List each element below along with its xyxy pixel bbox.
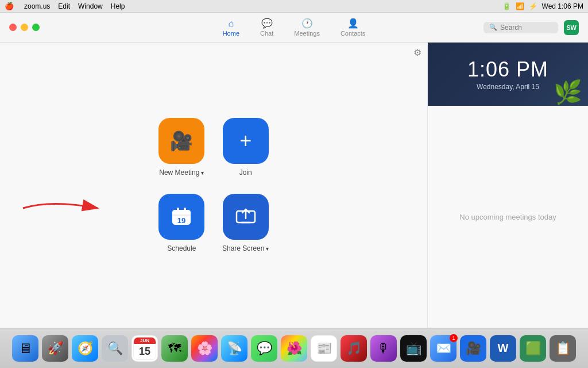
action-schedule[interactable]: 19 Schedule: [158, 194, 205, 252]
bluetooth-icon: ⚡: [529, 2, 537, 10]
home-icon: ⌂: [229, 18, 234, 29]
dock-airdrop[interactable]: 📡: [221, 335, 247, 362]
share-screen-button[interactable]: [223, 194, 269, 240]
action-grid: 🎥 New Meeting ▾ + Join: [158, 118, 269, 252]
left-panel: ⚙ 🎥 New Meeting ▾: [0, 43, 427, 328]
settings-button[interactable]: ⚙: [413, 47, 421, 58]
dock-appletv[interactable]: 📺: [400, 335, 427, 362]
menubar-icons: 🔋 📶 ⚡ Wed 1:06 PM: [502, 2, 583, 10]
action-join[interactable]: + Join: [222, 118, 269, 177]
tab-contacts-label: Contacts: [341, 30, 365, 37]
search-input[interactable]: [500, 24, 552, 32]
dropdown-arrow-icon: ▾: [201, 170, 204, 176]
search-bar[interactable]: 🔍: [483, 22, 558, 33]
plus-icon: +: [239, 131, 252, 151]
dock-podcasts[interactable]: 🎙: [370, 335, 397, 362]
dock-safari[interactable]: 🧭: [72, 335, 98, 362]
tab-home-label: Home: [223, 30, 239, 37]
dock-mail[interactable]: ✉️ 1: [430, 335, 457, 362]
tab-meetings-label: Meetings: [294, 30, 320, 37]
traffic-lights: [9, 24, 40, 31]
join-label: Join: [239, 168, 252, 177]
schedule-button[interactable]: 19: [158, 194, 204, 240]
schedule-label: Schedule: [167, 244, 196, 252]
clock-date: Wednesday, April 15: [477, 83, 539, 91]
search-icon: 🔍: [489, 24, 497, 31]
share-dropdown-icon: ▾: [266, 246, 269, 252]
plant-decoration: 🌿: [554, 79, 582, 106]
clock-widget: 1:06 PM Wednesday, April 15 🌿: [428, 43, 588, 106]
title-bar: ⌂ Home 💬 Chat 🕐 Meetings 👤 Contacts 🔍 SW: [0, 13, 588, 43]
action-share-screen[interactable]: Share Screen ▾: [222, 194, 269, 252]
dock-messages[interactable]: 💬: [251, 335, 277, 362]
menu-bar: 🍎 zoom.us Edit Window Help 🔋 📶 ⚡ Wed 1:0…: [0, 0, 588, 13]
tab-meetings[interactable]: 🕐 Meetings: [286, 16, 328, 39]
calendar-icon: 19: [171, 206, 192, 228]
right-panel: 1:06 PM Wednesday, April 15 🌿 No upcomin…: [427, 43, 588, 328]
join-button[interactable]: +: [223, 118, 269, 164]
nav-tabs: ⌂ Home 💬 Chat 🕐 Meetings 👤 Contacts: [215, 16, 374, 39]
action-new-meeting[interactable]: 🎥 New Meeting ▾: [158, 118, 205, 177]
dock-finder2[interactable]: 🔍: [102, 335, 128, 362]
battery-icon: 🔋: [502, 2, 511, 10]
new-meeting-button[interactable]: 🎥: [158, 118, 204, 164]
svg-text:19: 19: [177, 216, 185, 225]
dock-launchpad[interactable]: 🚀: [42, 335, 68, 362]
wifi-icon: 📶: [516, 2, 524, 10]
dock-news[interactable]: 📰: [311, 335, 337, 362]
dock-clipboard[interactable]: 📋: [550, 335, 576, 362]
dock-photos2[interactable]: 🌺: [281, 335, 307, 362]
svg-rect-6: [184, 208, 186, 212]
dock-maps[interactable]: 🗺: [161, 335, 188, 362]
clock-display: Wed 1:06 PM: [542, 2, 583, 10]
dock: 🖥 🚀 🧭 🔍 JUN 15 🗺 🌸 📡 💬 🌺 📰 🎵 🎙 📺 ✉️ 1 🎥 …: [0, 328, 588, 368]
meetings-icon: 🕐: [301, 18, 313, 29]
chat-icon: 💬: [261, 18, 273, 29]
camera-icon: 🎥: [170, 130, 193, 152]
svg-rect-3: [172, 213, 191, 215]
edit-menu[interactable]: Edit: [58, 2, 70, 10]
new-meeting-label: New Meeting ▾: [159, 168, 204, 177]
menu-bar-right: 🔋 📶 ⚡ Wed 1:06 PM: [502, 2, 583, 10]
red-arrow-annotation: [17, 194, 109, 223]
dock-photos[interactable]: 🌸: [191, 335, 218, 362]
app-name-menu[interactable]: zoom.us: [24, 2, 50, 10]
no-meetings-message: No upcoming meetings today: [459, 213, 556, 221]
help-menu[interactable]: Help: [111, 2, 125, 10]
dock-camtasia[interactable]: 🟩: [520, 335, 546, 362]
window-menu[interactable]: Window: [78, 2, 103, 10]
meetings-section: No upcoming meetings today: [428, 106, 588, 328]
dock-word[interactable]: W: [490, 335, 516, 362]
dock-music[interactable]: 🎵: [341, 335, 367, 362]
clock-time: 1:06 PM: [467, 57, 548, 82]
tab-chat[interactable]: 💬 Chat: [252, 16, 281, 39]
svg-rect-5: [177, 208, 179, 212]
close-button[interactable]: [9, 24, 17, 31]
avatar[interactable]: SW: [564, 20, 579, 35]
minimize-button[interactable]: [21, 24, 28, 31]
dock-zoom[interactable]: 🎥: [460, 335, 486, 362]
share-screen-icon: [235, 206, 257, 228]
tab-contacts[interactable]: 👤 Contacts: [332, 16, 373, 39]
dock-finder[interactable]: 🖥: [12, 335, 38, 362]
menu-bar-left: 🍎 zoom.us Edit Window Help: [5, 2, 125, 10]
mail-badge: 1: [450, 334, 458, 342]
apple-menu[interactable]: 🍎: [5, 2, 14, 10]
dock-calendar[interactable]: JUN 15: [131, 335, 158, 362]
main-content: ⚙ 🎥 New Meeting ▾: [0, 43, 588, 328]
maximize-button[interactable]: [32, 24, 40, 31]
tab-chat-label: Chat: [260, 30, 273, 37]
contacts-icon: 👤: [347, 18, 359, 29]
tab-home[interactable]: ⌂ Home: [215, 16, 247, 39]
share-screen-label: Share Screen ▾: [222, 244, 269, 252]
